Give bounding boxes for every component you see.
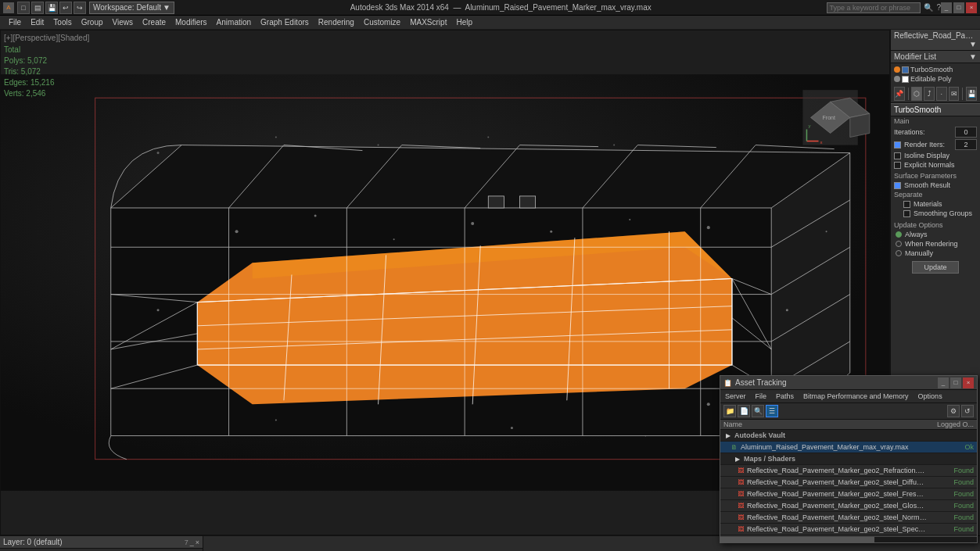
at-row-diffuse-status: Found — [927, 478, 974, 486]
smoothing-groups-checkbox[interactable] — [903, 210, 910, 217]
update-button[interactable]: Update — [912, 261, 959, 274]
smooth-result-row: Smooth Result — [891, 181, 980, 190]
at-hscroll[interactable] — [720, 536, 977, 542]
at-row-vault[interactable]: ▶ Autodesk Vault — [720, 430, 977, 442]
iterations-input[interactable] — [955, 127, 977, 138]
modifier-checkbox[interactable] — [902, 66, 909, 73]
at-row-fresnel[interactable]: 🖼 Reflective_Road_Pavement_Marker_geo2_s… — [720, 488, 977, 500]
svg-point-96 — [275, 419, 277, 420]
stats-verts: Verts: 2,546 — [4, 88, 55, 99]
modifier-editable-poly[interactable]: Editable Poly — [892, 74, 978, 84]
search-input[interactable] — [827, 2, 921, 13]
smooth-result-checkbox[interactable] — [894, 182, 901, 189]
at-row-glossiness[interactable]: 🖼 Reflective_Road_Pavement_Marker_geo2_s… — [720, 500, 977, 512]
modifier-turbosmoooth[interactable]: TurboSmooth — [892, 65, 978, 74]
svg-point-89 — [314, 215, 317, 217]
at-menu-paths[interactable]: Paths — [774, 392, 795, 401]
at-hscroll-thumb — [720, 537, 874, 542]
svg-point-1 — [157, 152, 160, 154]
at-minimize[interactable]: _ — [938, 377, 949, 388]
at-row-normal[interactable]: 🖼 Reflective_Road_Pavement_Marker_geo2_s… — [720, 512, 977, 524]
at-toolbar-icon1[interactable]: 📁 — [723, 405, 736, 417]
modifier-list-dropdown[interactable]: ▼ — [969, 52, 977, 61]
open-btn[interactable]: ▤ — [31, 2, 44, 14]
at-maximize[interactable]: □ — [950, 377, 961, 388]
menu-customize[interactable]: Customize — [360, 17, 404, 27]
at-row-main-name: Aluminum_Raised_Pavement_Marker_max_vray… — [741, 443, 927, 451]
isoline-checkbox[interactable] — [894, 152, 901, 159]
search-icon[interactable]: 🔍 — [924, 3, 933, 12]
at-toolbar-refresh[interactable]: ↺ — [961, 405, 974, 417]
menu-group[interactable]: Group — [77, 17, 107, 27]
at-window-icon: 📋 — [723, 379, 732, 387]
menu-modifiers[interactable]: Modifiers — [171, 17, 211, 27]
at-toolbar-settings[interactable]: ⚙ — [947, 405, 960, 417]
menu-animation[interactable]: Animation — [213, 17, 255, 27]
when-rendering-label: When Rendering — [905, 240, 958, 248]
turbosmoooth-section-header: TurboSmooth — [891, 103, 980, 116]
at-menu-server[interactable]: Server — [723, 392, 748, 401]
menu-file[interactable]: File — [5, 17, 25, 27]
at-row-main-file[interactable]: 🗎 Aluminum_Raised_Pavement_Marker_max_vr… — [720, 442, 977, 453]
at-row-vault-icon: ▶ — [723, 431, 733, 440]
menu-create[interactable]: Create — [138, 17, 170, 27]
bend-icon[interactable]: ⤴ — [924, 87, 935, 101]
points-icon[interactable]: · — [936, 87, 947, 101]
materials-row: Materials — [891, 199, 980, 209]
maximize-btn[interactable]: □ — [953, 2, 964, 13]
materials-label: Materials — [914, 200, 977, 208]
menu-rendering[interactable]: Rendering — [314, 17, 358, 27]
menu-graph-editors[interactable]: Graph Editors — [257, 17, 313, 27]
at-menu-options[interactable]: Options — [917, 392, 944, 401]
minimize-btn[interactable]: _ — [941, 2, 952, 13]
menu-bar: File Edit Tools Group Views Create Modif… — [0, 16, 980, 30]
redo-btn[interactable]: ↪ — [74, 2, 86, 14]
render-iters-checkbox[interactable] — [894, 141, 901, 148]
save-btn[interactable]: 💾 — [45, 2, 58, 14]
menu-edit[interactable]: Edit — [27, 17, 48, 27]
at-row-diffuse[interactable]: 🖼 Reflective_Road_Pavement_Marker_geo2_s… — [720, 477, 977, 488]
manually-radio[interactable] — [896, 250, 902, 256]
menu-tools[interactable]: Tools — [49, 17, 75, 27]
layer-panel-num: 7 — [185, 538, 188, 546]
stats-total: Total — [4, 45, 55, 55]
at-table[interactable]: ▶ Autodesk Vault 🗎 Aluminum_Raised_Pavem… — [720, 430, 977, 536]
render-iters-input[interactable] — [955, 139, 977, 150]
close-btn[interactable]: × — [966, 2, 977, 13]
panel-dropdown[interactable]: ▼ — [969, 40, 977, 48]
at-row-refraction-name: Reflective_Road_Pavement_Marker_geo2_Ref… — [747, 467, 927, 474]
always-radio[interactable] — [896, 231, 902, 238]
at-row-maps[interactable]: ▶ Maps / Shaders — [720, 453, 977, 465]
save-stack-icon[interactable]: 💾 — [966, 87, 977, 101]
menu-maxscript[interactable]: MAXScript — [406, 17, 451, 27]
update-options-label: Update Options — [891, 220, 980, 230]
undo-btn[interactable]: ↩ — [59, 2, 72, 14]
svg-text:Front: Front — [823, 115, 835, 120]
menu-help[interactable]: Help — [452, 17, 476, 27]
svg-point-94 — [707, 226, 710, 229]
menu-views[interactable]: Views — [109, 17, 138, 27]
at-toolbar-icon4[interactable]: ☰ — [766, 405, 778, 417]
explicit-normals-checkbox[interactable] — [894, 162, 901, 169]
materials-checkbox[interactable] — [903, 201, 910, 208]
modifier-checkbox-2[interactable] — [902, 76, 909, 83]
when-rendering-radio-row: When Rendering — [891, 239, 980, 249]
layer-panel-minimize[interactable]: _ — [190, 538, 194, 546]
shape-icon[interactable]: ⬡ — [911, 87, 922, 101]
when-rendering-radio[interactable] — [896, 241, 902, 247]
window-controls: _ □ × — [941, 2, 977, 13]
modifier-name-2: Editable Poly — [910, 75, 952, 83]
layer-panel-close[interactable]: × — [196, 538, 199, 546]
new-btn[interactable]: □ — [17, 2, 30, 14]
workspace-dropdown[interactable]: Workspace: Default ▼ — [89, 2, 174, 14]
app-icon: A — [3, 2, 14, 13]
at-toolbar-icon3[interactable]: 🔍 — [752, 405, 764, 417]
at-row-specular[interactable]: 🖼 Reflective_Road_Pavement_Marker_geo2_s… — [720, 524, 977, 535]
at-menu-file[interactable]: File — [754, 392, 769, 401]
envelope-icon[interactable]: ✉ — [949, 87, 960, 101]
at-toolbar-icon2[interactable]: 📄 — [738, 405, 750, 417]
at-close[interactable]: × — [963, 377, 974, 388]
at-menu-bitmap[interactable]: Bitmap Performance and Memory — [802, 392, 910, 401]
pin-icon[interactable]: 📌 — [894, 87, 905, 101]
at-row-refraction[interactable]: 🖼 Reflective_Road_Pavement_Marker_geo2_R… — [720, 465, 977, 477]
